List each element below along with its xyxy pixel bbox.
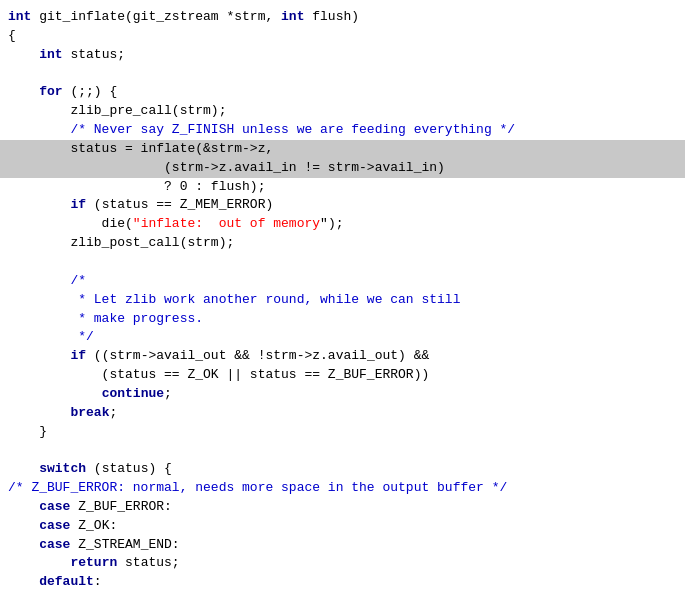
keyword: case [39, 536, 70, 555]
plain-text: git_inflate(git_zstream *strm, [31, 8, 281, 27]
plain-text: (status) { [86, 460, 172, 479]
keyword: default [39, 573, 94, 592]
plain-text [8, 83, 39, 102]
keyword: if [70, 347, 86, 366]
code-line: * Let zlib work another round, while we … [0, 291, 685, 310]
plain-text: Z_BUF_ERROR: [70, 498, 171, 517]
plain-text [8, 573, 39, 592]
code-container: int git_inflate(git_zstream *strm, int f… [0, 0, 685, 592]
plain-text [8, 404, 70, 423]
keyword: int [8, 8, 31, 27]
code-line: ? 0 : flush); [0, 178, 685, 197]
code-line: for (;;) { [0, 83, 685, 102]
plain-text: (strm->z.avail_in != strm->avail_in) [8, 159, 445, 178]
code-line: /* Z_BUF_ERROR: normal, needs more space… [0, 479, 685, 498]
code-line: case Z_OK: [0, 517, 685, 536]
comment-text: */ [8, 328, 94, 347]
plain-text: zlib_post_call(strm); [8, 234, 234, 253]
plain-text: (status == Z_MEM_ERROR) [86, 196, 273, 215]
code-line: (strm->z.avail_in != strm->avail_in) [0, 159, 685, 178]
code-line: { [0, 27, 685, 46]
string-literal: "inflate: [133, 215, 203, 234]
plain-text: status; [63, 46, 125, 65]
plain-text: ? 0 : flush); [8, 178, 265, 197]
plain-text: flush) [304, 8, 359, 27]
code-line: */ [0, 328, 685, 347]
code-line: if (status == Z_MEM_ERROR) [0, 196, 685, 215]
keyword: break [70, 404, 109, 423]
code-line: /* Never say Z_FINISH unless we are feed… [0, 121, 685, 140]
keyword: case [39, 498, 70, 517]
plain-text [8, 554, 70, 573]
code-line: case Z_STREAM_END: [0, 536, 685, 555]
plain-text: (;;) { [63, 83, 118, 102]
code-line [0, 441, 685, 460]
code-line: break; [0, 404, 685, 423]
code-line: status = inflate(&strm->z, [0, 140, 685, 159]
code-line: int status; [0, 46, 685, 65]
code-line: * make progress. [0, 310, 685, 329]
code-line: (status == Z_OK || status == Z_BUF_ERROR… [0, 366, 685, 385]
plain-text [8, 46, 39, 65]
code-line: zlib_post_call(strm); [0, 234, 685, 253]
code-line: /* [0, 272, 685, 291]
keyword: switch [39, 460, 86, 479]
plain-text: } [8, 423, 47, 442]
keyword: if [70, 196, 86, 215]
code-line: switch (status) { [0, 460, 685, 479]
plain-text [8, 536, 39, 555]
plain-text: ; [109, 404, 117, 423]
plain-text [8, 517, 39, 536]
code-line: zlib_pre_call(strm); [0, 102, 685, 121]
code-line: return status; [0, 554, 685, 573]
plain-text: zlib_pre_call(strm); [8, 102, 226, 121]
comment-text: /* Z_BUF_ERROR: normal, needs more space… [8, 479, 507, 498]
comment-text: * Let zlib work another round, while we … [8, 291, 460, 310]
keyword: return [70, 554, 117, 573]
keyword: int [39, 46, 62, 65]
code-line: case Z_BUF_ERROR: [0, 498, 685, 517]
code-line: continue; [0, 385, 685, 404]
keyword: continue [102, 385, 164, 404]
plain-text [8, 385, 102, 404]
comment-text: * make progress. [8, 310, 203, 329]
plain-text [8, 460, 39, 479]
code-line: die("inflate: out of memory"); [0, 215, 685, 234]
keyword: int [281, 8, 304, 27]
plain-text: { [8, 27, 16, 46]
code-line: if ((strm->avail_out && !strm->z.avail_o… [0, 347, 685, 366]
code-line [0, 253, 685, 272]
plain-text: die( [8, 215, 133, 234]
comment-text: /* Never say Z_FINISH unless we are feed… [8, 121, 515, 140]
plain-text: status; [117, 554, 179, 573]
keyword: case [39, 517, 70, 536]
plain-text: ((strm->avail_out && !strm->z.avail_out)… [86, 347, 429, 366]
comment-text: /* [8, 272, 86, 291]
code-line [0, 65, 685, 84]
keyword: for [39, 83, 62, 102]
plain-text [203, 215, 219, 234]
plain-text [8, 196, 70, 215]
plain-text: ; [164, 385, 172, 404]
plain-text [8, 498, 39, 517]
plain-text: (status == Z_OK || status == Z_BUF_ERROR… [8, 366, 429, 385]
plain-text: Z_STREAM_END: [70, 536, 179, 555]
code-line: default: [0, 573, 685, 592]
plain-text: Z_OK: [70, 517, 117, 536]
code-line: } [0, 423, 685, 442]
code-line: int git_inflate(git_zstream *strm, int f… [0, 8, 685, 27]
plain-text [8, 347, 70, 366]
string-literal: out of memory [219, 215, 320, 234]
plain-text: "); [320, 215, 343, 234]
plain-text: status = inflate(&strm->z, [8, 140, 273, 159]
plain-text: : [94, 573, 102, 592]
